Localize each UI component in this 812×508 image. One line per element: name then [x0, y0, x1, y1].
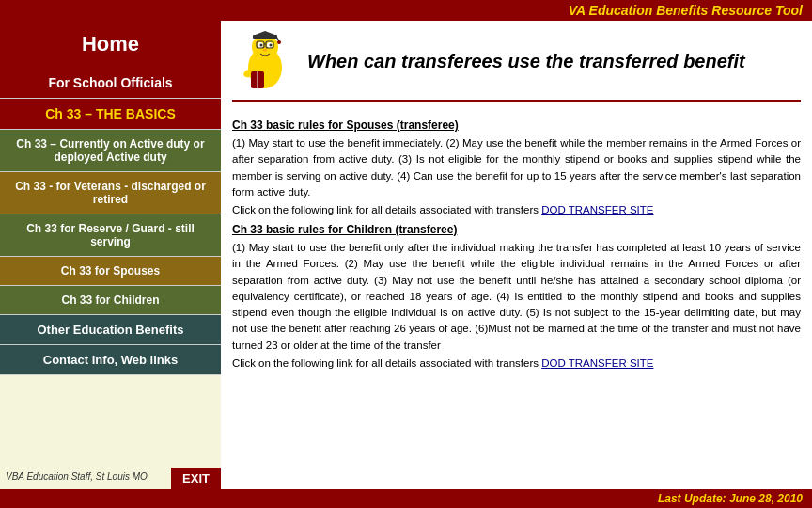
- bottom-bar: Last Update: June 28, 2010: [0, 489, 812, 508]
- spouse-section-header: Ch 33 basic rules for Spouses (transfere…: [232, 119, 801, 132]
- content-area: When can transferees use the transferred…: [221, 21, 812, 489]
- svg-point-9: [263, 49, 267, 52]
- sidebar-item-ch33-veterans[interactable]: Ch 33 - for Veterans - discharged or ret…: [0, 172, 221, 214]
- content-body: Ch 33 basic rules for Spouses (transfere…: [232, 111, 801, 482]
- last-update: Last Update: June 28, 2010: [658, 492, 803, 505]
- spouse-section-body: (1) May start to use the benefit immedia…: [232, 135, 801, 200]
- mascot-icon: [232, 28, 298, 94]
- svg-point-4: [260, 44, 263, 47]
- app-title: VA Education Benefits Resource Tool: [569, 3, 803, 18]
- exit-button[interactable]: EXIT: [171, 468, 221, 489]
- sidebar: Home For School Officials Ch 33 – THE BA…: [0, 21, 221, 489]
- sidebar-item-ch33-reserve[interactable]: Ch 33 for Reserve / Guard - still servin…: [0, 214, 221, 257]
- svg-point-13: [277, 40, 281, 44]
- svg-marker-11: [253, 31, 277, 36]
- sidebar-item-other-ed[interactable]: Other Education Benefits: [0, 315, 221, 345]
- children-link-line: Click on the following link for all deta…: [232, 357, 801, 369]
- spouse-link-line: Click on the following link for all deta…: [232, 204, 801, 215]
- spouse-dod-link[interactable]: DOD TRANSFER SITE: [541, 204, 653, 215]
- content-header: When can transferees use the transferred…: [232, 28, 801, 102]
- children-section-body: (1) May start to use the benefit only af…: [232, 240, 801, 354]
- sidebar-item-ch33-basics[interactable]: Ch 33 – THE BASICS: [0, 99, 221, 130]
- children-dod-link[interactable]: DOD TRANSFER SITE: [541, 357, 653, 369]
- sidebar-bottom: VBA Education Staff, St Louis MO EXIT: [0, 468, 221, 489]
- sidebar-home[interactable]: Home: [0, 21, 221, 68]
- sidebar-footer: VBA Education Staff, St Louis MO: [0, 468, 171, 489]
- sidebar-item-ch33-active[interactable]: Ch 33 – Currently on Active duty or depl…: [0, 130, 221, 172]
- sidebar-item-contact[interactable]: Contact Info, Web links: [0, 345, 221, 375]
- sidebar-item-ch33-spouses[interactable]: Ch 33 for Spouses: [0, 257, 221, 286]
- sidebar-item-school-officials[interactable]: For School Officials: [0, 68, 221, 99]
- children-section-header: Ch 33 basic rules for Children (transfer…: [232, 223, 801, 236]
- page-title: When can transferees use the transferred…: [307, 51, 745, 72]
- sidebar-item-ch33-children[interactable]: Ch 33 for Children: [0, 286, 221, 315]
- svg-point-5: [270, 44, 273, 47]
- top-bar: VA Education Benefits Resource Tool: [0, 0, 812, 21]
